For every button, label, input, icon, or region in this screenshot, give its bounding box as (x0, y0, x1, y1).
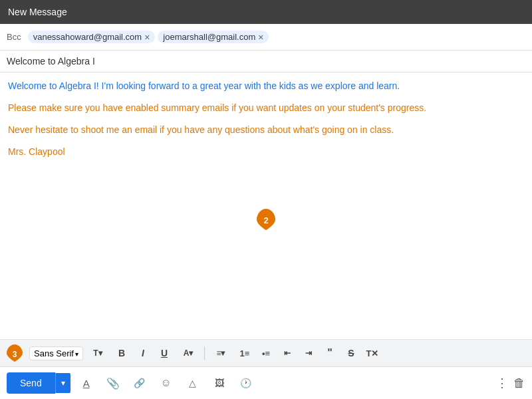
text-format-icon: A (83, 378, 90, 389)
align-icon: ≡▾ (216, 348, 225, 358)
font-name: Sans Serif (34, 348, 74, 358)
italic-button[interactable]: I (134, 344, 152, 362)
recipient-chip-1[interactable]: vanessahoward@gmail.com × (28, 31, 156, 43)
formatting-toolbar: 3 Sans Serif T▾ B I U A▾ ≡▾ 1≡ •≡ (0, 339, 532, 366)
compose-body[interactable]: Welcome to Algebra I! I'm looking forwar… (0, 72, 532, 339)
body-line-2: Please make sure you have enabled summar… (8, 101, 524, 115)
schedule-button[interactable]: 🕐 (235, 372, 257, 394)
subject-text: Welcome to Algebra I (7, 56, 95, 66)
emoji-icon: ☺ (161, 377, 172, 389)
subject-row[interactable]: Welcome to Algebra I (0, 51, 532, 72)
strikethrough-button[interactable]: S (342, 344, 360, 362)
indent-less-button[interactable]: ⇤ (278, 344, 297, 362)
step-3-indicator: 3 (5, 344, 24, 362)
body-line-1: Welcome to Algebra I! I'm looking forwar… (8, 79, 524, 93)
bold-icon: B (118, 348, 125, 358)
attach-button[interactable]: 📎 (102, 372, 124, 394)
send-button[interactable]: Send (7, 372, 55, 394)
underline-icon: U (161, 348, 168, 358)
compose-title: New Message (8, 7, 67, 17)
indent-less-icon: ⇤ (284, 348, 291, 358)
step-3-number: 3 (13, 350, 17, 359)
unordered-list-button[interactable]: •≡ (257, 344, 275, 362)
remove-format-button[interactable]: T✕ (363, 344, 382, 362)
strikethrough-icon: S (348, 348, 354, 358)
trash-button[interactable]: 🗑 (513, 376, 525, 390)
remove-format-icon: T✕ (366, 348, 379, 358)
photo-icon: 🖼 (215, 378, 224, 388)
send-dropdown-icon: ▾ (61, 378, 65, 388)
bold-button[interactable]: B (112, 344, 131, 362)
font-selector[interactable]: Sans Serif (29, 346, 83, 360)
indent-more-button[interactable]: ⇥ (299, 344, 318, 362)
photo-button[interactable]: 🖼 (209, 372, 230, 394)
ordered-list-button[interactable]: 1≡ (235, 344, 254, 362)
more-options-button[interactable]: ⋮ (496, 376, 508, 390)
step-2-indicator: 2 (254, 207, 278, 231)
toolbar-separator-1 (204, 346, 205, 360)
ordered-list-icon: 1≡ (240, 348, 250, 358)
font-color-button[interactable]: A▾ (176, 344, 200, 362)
send-button-group: Send ▾ (7, 372, 70, 394)
align-button[interactable]: ≡▾ (209, 344, 233, 362)
step-2-number: 2 (263, 215, 268, 225)
quote-icon: " (327, 347, 332, 359)
body-signature: Mrs. Claypool (8, 145, 524, 159)
italic-icon: I (142, 348, 144, 358)
recipient-email-2: joemarshall@gmail.com (163, 32, 255, 42)
unordered-list-icon: •≡ (262, 348, 270, 358)
link-icon: 🔗 (134, 378, 145, 388)
more-options-icon: ⋮ (496, 376, 508, 390)
drive-button[interactable]: △ (182, 372, 203, 394)
drive-icon: △ (189, 378, 196, 388)
text-format-footer-button[interactable]: A (76, 372, 97, 394)
font-dropdown-icon (75, 348, 78, 358)
underline-button[interactable]: U (155, 344, 174, 362)
bcc-row: Bcc vanessahoward@gmail.com × joemarshal… (0, 24, 532, 51)
text-size-button[interactable]: T▾ (86, 344, 110, 362)
font-color-icon: A▾ (184, 348, 194, 358)
recipient-chip-2[interactable]: joemarshall@gmail.com × (158, 31, 269, 43)
emoji-button[interactable]: ☺ (156, 372, 177, 394)
compose-window: New Message Bcc vanessahoward@gmail.com … (0, 0, 532, 399)
body-line-3: Never hesitate to shoot me an email if y… (8, 123, 524, 137)
text-size-icon: T▾ (93, 348, 102, 358)
attach-icon: 📎 (106, 377, 120, 390)
link-button[interactable]: 🔗 (129, 372, 150, 394)
indent-more-icon: ⇥ (305, 348, 312, 358)
recipient-email-1: vanessahoward@gmail.com (33, 32, 142, 42)
compose-header: New Message (0, 0, 532, 24)
bcc-label: Bcc (7, 32, 21, 42)
quote-button[interactable]: " (321, 344, 339, 362)
trash-icon: 🗑 (513, 376, 525, 390)
remove-recipient-2-button[interactable]: × (258, 33, 263, 42)
compose-footer: Send ▾ A 📎 🔗 ☺ △ 🖼 🕐 ⋮ (0, 366, 532, 399)
send-dropdown-button[interactable]: ▾ (55, 373, 70, 393)
schedule-icon: 🕐 (240, 378, 251, 388)
remove-recipient-1-button[interactable]: × (144, 33, 150, 42)
